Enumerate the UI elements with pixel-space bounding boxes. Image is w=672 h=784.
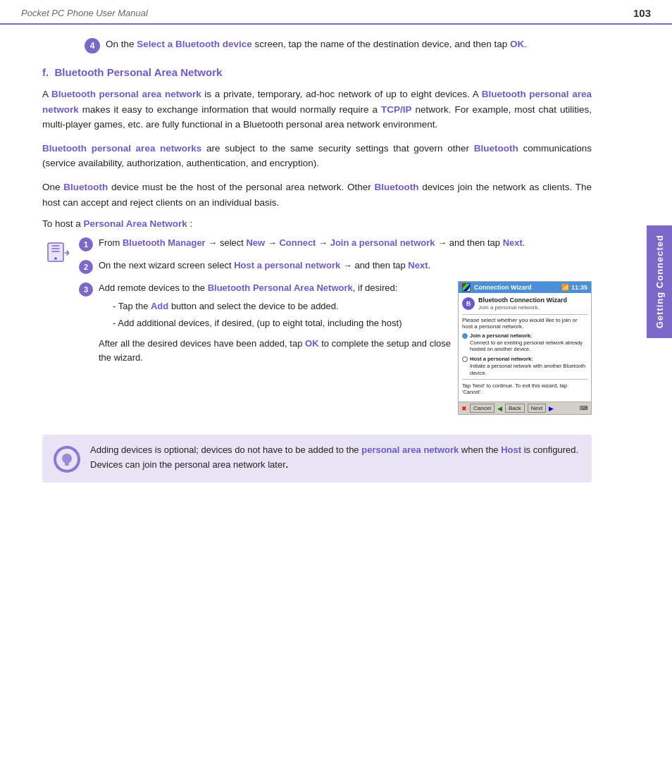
ss-heading-block: Bluetooth Connection Wizard Join a perso… <box>478 297 567 311</box>
ss-option-1-text: Join a personal network: Connect to an e… <box>470 332 587 353</box>
next-link-2: Next <box>408 260 428 270</box>
ss-cancel-button[interactable]: Cancel <box>470 404 494 413</box>
ss-footer-buttons: ✖ Cancel ◀ Back Next ▶ <box>461 404 554 413</box>
para-3: One Bluetooth device must be the host of… <box>42 180 592 210</box>
bt-pan-link3: Bluetooth personal area networks <box>42 143 201 154</box>
win-flag-icon <box>462 283 471 292</box>
side-tab-text: Getting Connected <box>654 235 665 328</box>
ss-header-row: B Bluetooth Connection Wizard Join a per… <box>462 297 587 311</box>
step-3-text: Add remote devices to the Bluetooth Pers… <box>99 281 451 295</box>
next-link-1: Next <box>503 237 523 248</box>
ss-back-button[interactable]: Back <box>505 404 525 413</box>
ss-next-arrow: ▶ <box>549 405 554 412</box>
ss-keyboard-icon[interactable]: ⌨ <box>580 405 588 411</box>
bt-pan-link1: Bluetooth personal area network <box>51 89 201 99</box>
select-bluetooth-link: Select a Bluetooth device <box>137 39 252 49</box>
step-2-num: 2 <box>79 260 93 274</box>
ss-radio-1[interactable] <box>462 333 468 339</box>
steps-list: 1 From Bluetooth Manager → select New → … <box>79 236 592 422</box>
ss-back-icon: ◀ <box>497 405 502 412</box>
step-1-num: 1 <box>79 237 93 251</box>
ss-footer: ✖ Cancel ◀ Back Next ▶ ⌨ <box>459 402 591 414</box>
step-1: 1 From Bluetooth Manager → select New → … <box>79 236 592 251</box>
ss-body: B Bluetooth Connection Wizard Join a per… <box>459 293 591 402</box>
ss-option-2-text: Host a personal network: Initiate a pers… <box>470 356 587 376</box>
tcp-ip-link: TCP/IP <box>381 104 412 115</box>
ss-prompt: Please select whether you would like to … <box>462 317 587 330</box>
ss-radio-2[interactable] <box>462 356 468 362</box>
ss-option-1: Join a personal network: Connect to an e… <box>462 332 587 353</box>
step-3: 3 Add remote devices to the Bluetooth Pe… <box>79 281 592 415</box>
ss-divider-2 <box>462 379 587 380</box>
manual-title: Pocket PC Phone User Manual <box>21 8 148 18</box>
ss-bt-icon: B <box>462 297 475 310</box>
para-1: A Bluetooth personal area network is a p… <box>42 87 592 132</box>
phone-icon <box>42 239 69 266</box>
ss-note: Tap 'Next' to continue. To exit this wiz… <box>462 382 587 395</box>
step-3-num: 3 <box>79 282 93 297</box>
svg-rect-3 <box>65 464 69 466</box>
section-heading: f. Bluetooth Personal Area Network <box>42 66 592 78</box>
bt-link3: Bluetooth <box>375 182 419 192</box>
ss-cancel-icon: ✖ <box>461 405 467 412</box>
ss-next-button[interactable]: Next <box>528 404 546 413</box>
to-host-line: To host a Personal Area Network : <box>42 218 592 229</box>
bt-manager-link: Bluetooth Manager <box>123 237 206 248</box>
note-icon <box>52 444 82 474</box>
ss-title-text: Connection Wizard <box>474 284 531 291</box>
svg-point-0 <box>54 257 57 260</box>
ss-time: 11:35 <box>571 284 587 291</box>
ok-link-2: OK <box>305 338 319 349</box>
step-4-text: On the Select a Bluetooth device screen,… <box>106 37 527 52</box>
bt-pan-link4: Bluetooth Personal Area Network <box>208 282 353 293</box>
phone-icon-container <box>42 239 72 268</box>
bt-link2: Bluetooth <box>63 182 108 192</box>
host-note-link: Host <box>501 444 521 455</box>
screenshot-widget: Connection Wizard 📶 11:35 B Bluetooth Co… <box>458 281 592 415</box>
bt-link1: Bluetooth <box>474 143 518 154</box>
step-1-content: From Bluetooth Manager → select New → Co… <box>99 236 592 250</box>
ok-link: OK <box>510 39 524 49</box>
note-text: Adding devices is optional; devices do n… <box>90 443 582 473</box>
ss-status-icons: 📶 11:35 <box>561 284 587 291</box>
step-4-circle: 4 <box>85 38 100 54</box>
note-box: Adding devices is optional; devices do n… <box>42 435 592 483</box>
ss-titlebar-left: Connection Wizard <box>462 283 531 292</box>
page-header: Pocket PC Phone User Manual 103 <box>0 0 672 25</box>
bullet-2: Add additional devices, if desired, (up … <box>113 316 451 330</box>
side-tab: Getting Connected <box>647 225 672 338</box>
steps-section: 1 From Bluetooth Manager → select New → … <box>42 236 592 422</box>
bullet-1: Tap the Add button and select the device… <box>113 299 451 313</box>
pan-link: Personal Area Network <box>84 218 187 229</box>
page-number: 103 <box>633 7 651 19</box>
new-link: New <box>246 237 265 248</box>
join-personal-link: Join a personal network <box>330 237 435 248</box>
para-2: Bluetooth personal area networks are sub… <box>42 141 592 171</box>
step-4: 4 On the Select a Bluetooth device scree… <box>85 37 592 54</box>
host-personal-link: Host a personal network <box>234 260 340 270</box>
after-all-text: After all the desired devices have been … <box>99 337 451 365</box>
step-2-content: On the next wizard screen select Host a … <box>99 259 592 273</box>
ss-wizard-title: Bluetooth Connection Wizard <box>478 297 567 304</box>
connect-link: Connect <box>279 237 316 248</box>
add-link: Add <box>151 301 168 311</box>
step-2: 2 On the next wizard screen select Host … <box>79 259 592 274</box>
ss-titlebar: Connection Wizard 📶 11:35 <box>459 282 591 293</box>
pan-note-link: personal area network <box>361 444 459 455</box>
ss-wizard-subtitle: Join a personal network. <box>478 304 567 311</box>
step-3-content: Add remote devices to the Bluetooth Pers… <box>99 281 451 365</box>
ss-divider-1 <box>462 314 587 315</box>
ss-option-2: Host a personal network: Initiate a pers… <box>462 356 587 376</box>
main-content: 4 On the Select a Bluetooth device scree… <box>0 25 634 495</box>
antenna-icon: 📶 <box>561 284 569 291</box>
